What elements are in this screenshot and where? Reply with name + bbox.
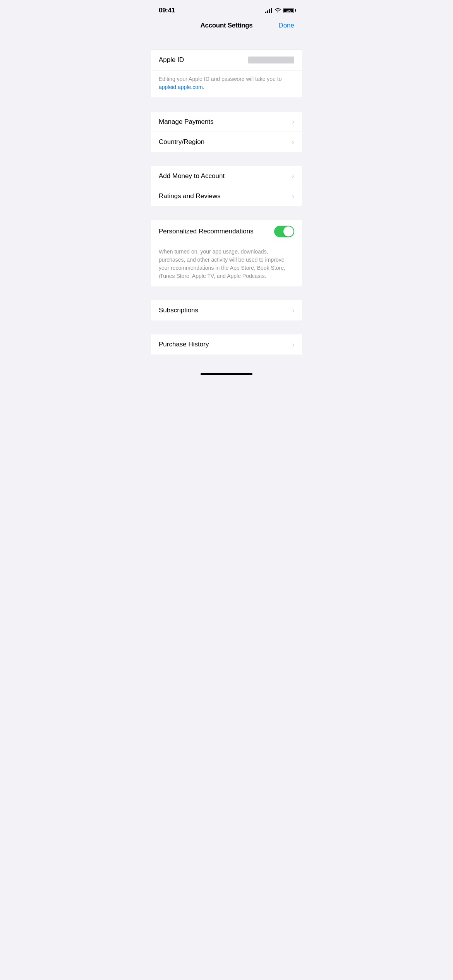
apple-id-row[interactable]: Apple ID xyxy=(151,50,302,70)
toggle-track xyxy=(274,226,294,237)
status-icons: 100 xyxy=(265,7,294,14)
subscriptions-section: Subscriptions › xyxy=(151,300,302,320)
done-button[interactable]: Done xyxy=(275,22,294,29)
payments-section: Manage Payments › Country/Region › xyxy=(151,112,302,152)
home-bar xyxy=(201,373,252,375)
chevron-right-icon: › xyxy=(292,138,294,146)
apple-id-section: Apple ID Editing your Apple ID and passw… xyxy=(151,50,302,98)
country-region-row[interactable]: Country/Region › xyxy=(151,132,302,152)
personalized-recommendations-row: Personalized Recommendations xyxy=(151,220,302,243)
manage-payments-label: Manage Payments xyxy=(159,118,214,126)
manage-payments-row[interactable]: Manage Payments › xyxy=(151,112,302,132)
section-gap-4 xyxy=(151,286,302,300)
purchase-history-label: Purchase History xyxy=(159,341,209,348)
battery-icon: 100 xyxy=(283,8,294,13)
wifi-icon xyxy=(275,7,281,14)
status-time: 09:41 xyxy=(159,7,175,14)
home-indicator xyxy=(151,370,302,378)
ratings-reviews-label: Ratings and Reviews xyxy=(159,192,221,200)
subscriptions-label: Subscriptions xyxy=(159,307,198,314)
chevron-right-icon: › xyxy=(292,341,294,349)
recommendations-description: When turned on, your app usage, download… xyxy=(151,243,302,286)
section-gap-top xyxy=(151,36,302,50)
apple-id-info-text: Editing your Apple ID and password will … xyxy=(159,76,282,90)
recommendations-section: Personalized Recommendations When turned… xyxy=(151,220,302,286)
section-gap-5 xyxy=(151,320,302,334)
purchase-history-row[interactable]: Purchase History › xyxy=(151,334,302,355)
toggle-thumb xyxy=(283,226,293,236)
section-gap-1 xyxy=(151,98,302,112)
purchase-history-section: Purchase History › xyxy=(151,334,302,355)
personalized-recommendations-label: Personalized Recommendations xyxy=(159,228,254,235)
money-ratings-section: Add Money to Account › Ratings and Revie… xyxy=(151,166,302,206)
bottom-padding xyxy=(151,355,302,370)
apple-id-info: Editing your Apple ID and password will … xyxy=(151,70,302,98)
section-gap-2 xyxy=(151,152,302,166)
personalized-recommendations-toggle[interactable] xyxy=(274,226,294,237)
chevron-right-icon: › xyxy=(292,192,294,200)
chevron-right-icon: › xyxy=(292,172,294,180)
status-bar: 09:41 100 xyxy=(151,0,302,19)
subscriptions-row[interactable]: Subscriptions › xyxy=(151,300,302,320)
add-money-label: Add Money to Account xyxy=(159,172,225,180)
nav-bar: Account Settings Done xyxy=(151,19,302,36)
apple-id-link[interactable]: appleid.apple.com. xyxy=(159,84,204,90)
section-gap-3 xyxy=(151,206,302,220)
apple-id-label: Apple ID xyxy=(159,56,184,64)
recommendations-description-text: When turned on, your app usage, download… xyxy=(159,248,285,279)
ratings-reviews-row[interactable]: Ratings and Reviews › xyxy=(151,186,302,206)
apple-id-value xyxy=(248,57,294,63)
chevron-right-icon: › xyxy=(292,307,294,315)
page-title: Account Settings xyxy=(201,22,253,29)
country-region-label: Country/Region xyxy=(159,138,204,146)
add-money-row[interactable]: Add Money to Account › xyxy=(151,166,302,186)
chevron-right-icon: › xyxy=(292,118,294,126)
signal-bars-icon xyxy=(265,8,272,13)
